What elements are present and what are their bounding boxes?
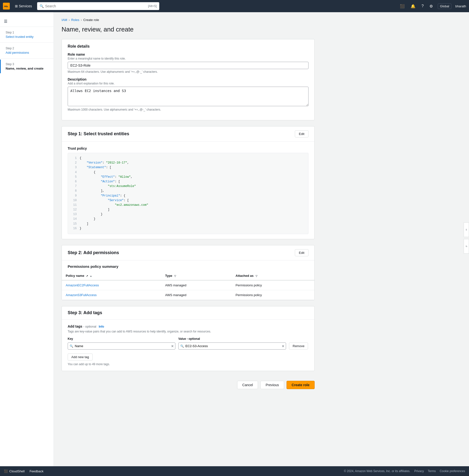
key-col-label: Key — [68, 337, 175, 341]
top-navigation: aws ⊞ Services 🔍 [Alt+S] ⬛ 🔔 ? ⚙ Global … — [0, 0, 469, 12]
breadcrumb-iam[interactable]: IAM — [62, 18, 67, 22]
sidebar-step-2: Step 2 Add permissions — [0, 44, 53, 57]
footer: ⬛ CloudShell Feedback © 2024, Amazon Web… — [0, 466, 469, 476]
tags-description: Tags are key-value pairs that you can ad… — [68, 330, 308, 333]
step3-section: Step 3: Add tags Add tags - optional Inf… — [62, 306, 315, 371]
step1-header: Step 1: Select trusted entities Edit — [62, 127, 314, 142]
footer-privacy-link[interactable]: Privacy — [414, 469, 424, 473]
step1-title: Step 1: Select trusted entities — [68, 131, 129, 136]
aws-logo-mark: aws — [3, 3, 10, 10]
svg-text:aws: aws — [4, 5, 7, 7]
key-clear-button[interactable]: ✕ — [171, 344, 174, 348]
step2-header: Step 2: Add permissions Edit — [62, 245, 314, 260]
nav-icons: ⬛ 🔔 ? ⚙ Global bharath — [399, 3, 466, 10]
previous-button[interactable]: Previous — [260, 381, 284, 389]
footer-terms-link[interactable]: Terms — [428, 469, 436, 473]
notifications-icon[interactable]: 🔔 — [410, 3, 417, 10]
tag-key-input[interactable] — [68, 342, 175, 349]
tags-header: Add tags - optional Info — [68, 324, 308, 328]
breadcrumb-sep1: › — [69, 18, 70, 22]
breadcrumb-sep2: › — [81, 18, 82, 22]
cloudshell-icon[interactable]: ⬛ — [399, 3, 406, 10]
region-selector[interactable]: Global — [438, 3, 452, 9]
step1-section: Step 1: Select trusted entities Edit Tru… — [62, 126, 315, 239]
sort-icon-policy[interactable]: ▲ — [90, 275, 92, 277]
description-input[interactable]: Allows EC2 instances and S3 — [68, 87, 308, 106]
step1-number: Step 1 — [6, 31, 49, 34]
description-label: Description — [68, 77, 308, 81]
search-input[interactable] — [45, 4, 146, 8]
hamburger-menu[interactable]: ☰ — [0, 17, 53, 26]
aws-logo[interactable]: aws — [3, 3, 10, 10]
policy-link-s3[interactable]: AmazonS3FullAccess — [66, 293, 97, 297]
help-icon[interactable]: ? — [420, 3, 425, 9]
services-menu-button[interactable]: ⊞ Services — [13, 3, 34, 9]
footer-right: © 2024, Amazon Web Services, Inc. or its… — [344, 469, 465, 473]
policy-link-ec2[interactable]: AmazonEC2FullAccess — [66, 283, 99, 287]
sort-icon-attached[interactable]: ▽ — [255, 275, 257, 277]
role-details-card: Role details Role name Enter a meaningfu… — [62, 39, 315, 120]
description-sublabel: Add a short explanation for this role. — [68, 82, 308, 85]
type-cell-s3: AWS managed — [161, 290, 232, 300]
grid-icon: ⊞ — [15, 4, 18, 8]
settings-icon[interactable]: ⚙ — [428, 3, 434, 10]
search-icon: 🔍 — [40, 4, 44, 8]
tags-title: Add tags - optional Info — [68, 324, 104, 328]
create-role-button[interactable]: Create role — [286, 381, 315, 389]
value-clear-button[interactable]: ✕ — [282, 344, 285, 348]
step2-section: Step 2: Add permissions Edit Permissions… — [62, 245, 315, 300]
step3-header: Step 3: Add tags — [62, 306, 314, 319]
footer-feedback-link[interactable]: Feedback — [30, 469, 44, 473]
attached-cell-ec2: Permissions policy — [232, 280, 314, 290]
step3-label: Name, review, and create — [6, 67, 44, 70]
action-bar: Cancel Previous Create role — [62, 377, 315, 393]
copyright-text: © 2024, Amazon Web Services, Inc. or its… — [344, 469, 410, 473]
table-header-row: Policy name ↗ ▲ Type ▽ Attached as ▽ — [62, 271, 314, 280]
tags-limit-hint: You can add up to 49 more tags. — [68, 363, 308, 366]
step1-link[interactable]: Select trusted entity — [6, 35, 34, 39]
tag-value-input[interactable] — [178, 342, 286, 349]
policy-name-cell: AmazonEC2FullAccess — [62, 280, 161, 290]
breadcrumb: IAM › Roles › Create role — [62, 18, 315, 22]
add-tag-button[interactable]: Add new tag — [68, 353, 93, 361]
key-search-icon: 🔍 — [70, 344, 73, 348]
value-input-wrap: 🔍 ✕ — [178, 342, 286, 349]
step3-body: Add tags - optional Info Tags are key-va… — [62, 319, 314, 371]
type-cell-ec2: AWS managed — [161, 280, 232, 290]
sidebar-step-3: Step 3 Name, review, and create — [0, 60, 53, 73]
footer-cookie-link[interactable]: Cookie preferences — [440, 469, 465, 473]
services-label: Services — [19, 4, 32, 8]
value-search-icon: 🔍 — [180, 344, 184, 348]
tags-info-link[interactable]: Info — [99, 325, 104, 328]
step2-link[interactable]: Add permissions — [6, 51, 29, 54]
role-name-label: Role name — [68, 52, 308, 56]
trust-policy-code: 1{ 2 "Version": "2012-10-17", 3 "Stateme… — [68, 153, 308, 234]
table-row: AmazonEC2FullAccess AWS managed Permissi… — [62, 280, 314, 290]
side-feedback-top[interactable]: ℹ — [464, 222, 469, 237]
th-policy-name: Policy name ↗ ▲ — [62, 271, 161, 280]
sort-icon-type[interactable]: ▽ — [174, 275, 176, 277]
step3-title: Step 3: Add tags — [68, 310, 102, 315]
attached-cell-s3: Permissions policy — [232, 290, 314, 300]
side-feedback-bottom[interactable]: ↺ — [464, 239, 469, 254]
step3-number: Step 3 — [6, 63, 49, 66]
table-row: AmazonS3FullAccess AWS managed Permissio… — [62, 290, 314, 300]
step2-edit-button[interactable]: Edit — [295, 249, 308, 256]
breadcrumb-roles[interactable]: Roles — [71, 18, 79, 22]
perm-summary-title: Permissions policy summary — [62, 260, 314, 269]
role-name-input[interactable] — [68, 62, 308, 69]
footer-cloudshell[interactable]: ⬛ CloudShell — [4, 469, 25, 473]
page-title: Name, review, and create — [62, 26, 315, 33]
remove-tag-button[interactable]: Remove — [289, 342, 308, 349]
tag-row-headers: Key Value - optional — [68, 337, 308, 342]
step2-number: Step 2 — [6, 47, 49, 50]
side-panel: ℹ ↺ — [464, 222, 469, 254]
user-menu[interactable]: bharath — [455, 4, 466, 8]
value-col-label: Value - optional — [178, 337, 286, 341]
breadcrumb-current: Create role — [83, 18, 99, 22]
external-link-icon: ↗ — [86, 275, 88, 277]
step1-edit-button[interactable]: Edit — [295, 130, 308, 137]
cancel-button[interactable]: Cancel — [237, 381, 258, 389]
step1-body: Trust policy 1{ 2 "Version": "2012-10-17… — [62, 142, 314, 239]
th-attached-as: Attached as ▽ — [232, 271, 314, 280]
